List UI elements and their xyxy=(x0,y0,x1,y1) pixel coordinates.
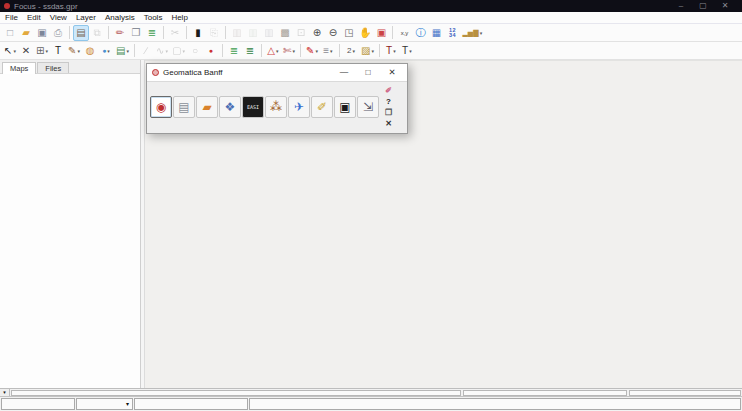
font-button[interactable]: T▾ xyxy=(399,43,415,59)
print-button[interactable]: ⎙ xyxy=(50,25,66,41)
tab-maps[interactable]: Maps xyxy=(2,62,36,75)
curve-draw-icon: ∿ xyxy=(156,46,164,56)
chip-manager-button[interactable]: ▣ xyxy=(334,96,356,118)
minimize-button[interactable]: – xyxy=(670,0,692,12)
numeric-values-button[interactable]: 12 34 xyxy=(444,25,460,41)
scroll-strip-mid[interactable] xyxy=(463,390,627,396)
menu-layer[interactable]: Layer xyxy=(76,13,96,22)
area-fill-button[interactable]: ▨▾ xyxy=(359,43,376,59)
modeler-button[interactable]: ❖ xyxy=(219,96,241,118)
status-cell-position xyxy=(134,398,248,410)
symbol-color-button[interactable]: ● xyxy=(203,43,219,59)
line-color-button[interactable]: ✎▾ xyxy=(304,43,320,59)
maps-tree-area[interactable] xyxy=(0,74,140,388)
menu-analysis[interactable]: Analysis xyxy=(105,13,135,22)
tab-label: Maps xyxy=(10,64,28,73)
enhance-button[interactable]: ▩ xyxy=(277,25,293,41)
symbol-tool-button[interactable]: ◍ xyxy=(82,43,98,59)
close-button[interactable]: ✕ xyxy=(714,0,736,12)
image-style-button[interactable]: ▤▾ xyxy=(114,43,131,59)
new-window-button[interactable]: ❐ xyxy=(128,25,144,41)
banff-minimize-button[interactable]: — xyxy=(334,64,354,81)
banff-title-bar[interactable]: Geomatica Banff — □ ✕ xyxy=(147,64,407,81)
green-band-icon: ▥ xyxy=(248,28,257,38)
scroll-strip-right[interactable] xyxy=(629,390,741,396)
dropdown-caret-icon: ▾ xyxy=(126,48,129,54)
clip-subset-button[interactable]: △▾ xyxy=(265,43,281,59)
text-tool-button[interactable]: T xyxy=(50,43,66,59)
dropdown-caret-icon: ▾ xyxy=(182,48,185,54)
pan-button[interactable]: ✋ xyxy=(357,25,373,41)
cursor-position-button[interactable]: x,y xyxy=(396,25,412,41)
banff-small-buttons: ✐?❐✕ xyxy=(382,85,404,129)
gcp-works-button[interactable]: ⁂ xyxy=(265,96,287,118)
easi-icon: EASI xyxy=(247,105,259,110)
map-module-icon: ▰ xyxy=(202,101,211,113)
snap-options-button[interactable]: ⊞▾ xyxy=(34,43,50,59)
maximize-button[interactable]: ▢ xyxy=(692,0,714,12)
toolbar-row-1: □▰▣⎙▤⧉✏❐≣✂▮⎘▥▥▥▩⊡⊕⊖◳✋▣x,yⓘ▦12 34▂▅▇▾ xyxy=(0,24,742,42)
easi-button[interactable]: EASI xyxy=(242,96,264,118)
fly-button[interactable]: ✈ xyxy=(288,96,310,118)
menu-tools[interactable]: Tools xyxy=(144,13,163,22)
split-tool-button[interactable]: ✄▾ xyxy=(281,43,297,59)
dropdown-caret-icon: ▾ xyxy=(276,48,279,54)
histogram-icon: ⎘ xyxy=(210,28,218,38)
zoom-in-icon: ⊕ xyxy=(313,28,321,38)
open-file-button[interactable]: ▰ xyxy=(18,25,34,41)
toolbar-separator xyxy=(392,26,393,39)
raise-layer-button[interactable]: ≣ xyxy=(226,43,242,59)
map-view-toggle[interactable]: ▤ xyxy=(73,25,89,41)
line-style-button[interactable]: ≡▾ xyxy=(320,43,336,59)
scale-dropdown[interactable]: ▾ xyxy=(76,398,133,410)
paintbrush-button[interactable]: ✐ xyxy=(311,96,333,118)
menu-view[interactable]: View xyxy=(50,13,67,22)
focus-app-button[interactable]: ◉ xyxy=(150,96,172,118)
contrast-stretch-button[interactable]: ▮ xyxy=(190,25,206,41)
menu-file[interactable]: File xyxy=(5,13,18,22)
zoom-full-extent-button[interactable]: ◳ xyxy=(341,25,357,41)
notes-small-button[interactable]: ✐ xyxy=(382,85,395,96)
maps-files-panel: MapsFiles xyxy=(0,60,141,388)
chart-button[interactable]: ▂▅▇▾ xyxy=(460,25,484,41)
sketch-tool-button[interactable]: ✎▾ xyxy=(66,43,82,59)
window-title: Focus - ssdas.gpr xyxy=(14,2,666,11)
zoom-out-button[interactable]: ⊖ xyxy=(325,25,341,41)
identify-button[interactable]: ⓘ xyxy=(412,25,428,41)
scroll-strip-left[interactable] xyxy=(11,390,461,396)
deselect-button[interactable]: ✕ xyxy=(18,43,34,59)
toolbar-separator xyxy=(379,44,380,57)
select-tool-button[interactable]: ↖▾ xyxy=(2,43,18,59)
text-style-button[interactable]: T▾ xyxy=(383,43,399,59)
line-width-button[interactable]: 2▾ xyxy=(343,43,359,59)
save-button[interactable]: ▣ xyxy=(34,25,50,41)
attribute-table-button[interactable]: ▦ xyxy=(428,25,444,41)
banff-close-button[interactable]: ✕ xyxy=(382,64,402,81)
map-module-button[interactable]: ▰ xyxy=(196,96,218,118)
window-small-button[interactable]: ❐ xyxy=(382,107,395,118)
tab-files[interactable]: Files xyxy=(37,62,69,74)
menu-bar: FileEditViewLayerAnalysisToolsHelp xyxy=(0,12,742,24)
fill-color-button[interactable]: ●▾ xyxy=(98,43,114,59)
status-bar: ▾ xyxy=(0,396,742,411)
zoom-region-button: ⊡ xyxy=(293,25,309,41)
new-file-button[interactable]: □ xyxy=(2,25,18,41)
clear-button[interactable]: ✏ xyxy=(112,25,128,41)
exit-small-button[interactable]: ✕ xyxy=(382,118,395,129)
menu-help[interactable]: Help xyxy=(171,13,187,22)
orthoengine-button[interactable]: ▤ xyxy=(173,96,195,118)
banff-maximize-button[interactable]: □ xyxy=(358,64,378,81)
menu-label: File xyxy=(5,13,18,22)
text-tool-icon: T xyxy=(55,46,61,56)
zoom-in-button[interactable]: ⊕ xyxy=(309,25,325,41)
launcher-button[interactable]: ⇲ xyxy=(357,96,379,118)
banff-window-title: Geomatica Banff xyxy=(163,68,330,77)
overview-window-button[interactable]: ▣ xyxy=(373,25,389,41)
add-layer-button[interactable]: ≣ xyxy=(144,25,160,41)
dock-expander-button[interactable]: ▾ xyxy=(0,389,10,396)
lower-layer-button[interactable]: ≣ xyxy=(242,43,258,59)
help-small-button[interactable]: ? xyxy=(382,96,395,107)
menu-edit[interactable]: Edit xyxy=(27,13,41,22)
line-color-icon: ✎ xyxy=(306,46,314,56)
symbol-color-icon: ● xyxy=(209,47,213,54)
